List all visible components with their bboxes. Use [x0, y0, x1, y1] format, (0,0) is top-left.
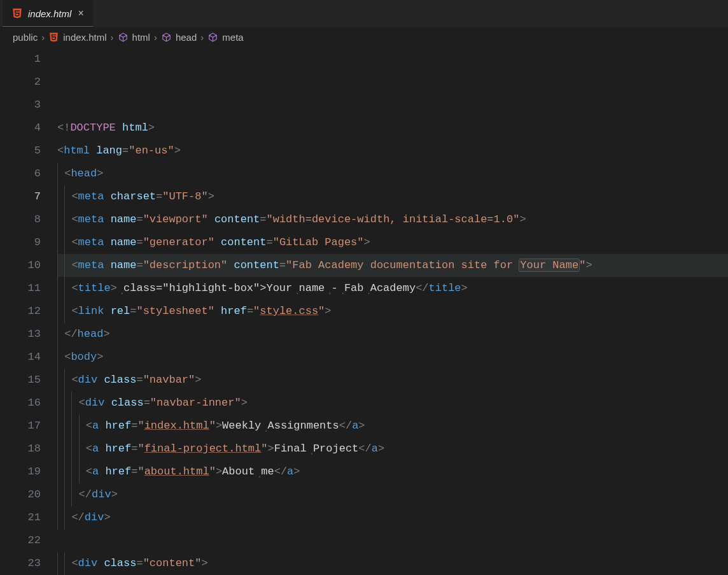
code-line[interactable]: <!DOCTYPE html> — [57, 117, 728, 139]
chevron-right-icon: › — [200, 32, 204, 43]
cube-icon — [207, 32, 218, 43]
code-line[interactable]: <div class="navbar-inner"> — [57, 392, 728, 415]
breadcrumb-item[interactable]: public — [13, 32, 38, 43]
code-line[interactable]: </div> — [57, 483, 728, 506]
tab-index-html[interactable]: index.html × — [3, 0, 93, 27]
code-line[interactable]: <title> class="highlight-box">Your name … — [57, 277, 728, 300]
code-body[interactable]: <!DOCTYPE html><html lang="en-us"> <head… — [57, 48, 728, 575]
tab-label: index.html — [28, 8, 71, 19]
code-line[interactable]: <a href="about.html">About me</a> — [57, 460, 728, 483]
code-line[interactable]: </div> — [57, 506, 728, 529]
code-line[interactable]: <head> — [57, 162, 728, 185]
code-line[interactable]: <a href="final-project.html">Final Proje… — [57, 437, 728, 460]
code-editor[interactable]: 1234567891011121314151617181920212223 <!… — [0, 48, 728, 575]
chevron-right-icon: › — [41, 32, 45, 43]
breadcrumb-item[interactable]: index.html — [63, 32, 106, 43]
code-line[interactable]: <meta name="generator" content="GitLab P… — [57, 231, 728, 254]
breadcrumb-item[interactable]: head — [176, 32, 197, 43]
chevron-right-icon: › — [154, 32, 157, 43]
breadcrumb: public › index.html › html › head › meta — [0, 27, 728, 48]
breadcrumb-item[interactable]: meta — [222, 32, 243, 43]
cube-icon — [161, 32, 172, 43]
code-line[interactable]: <meta name="description" content="Fab Ac… — [57, 254, 728, 277]
code-line[interactable] — [57, 529, 728, 552]
code-line[interactable]: <div class="content"> — [57, 552, 728, 575]
code-line[interactable]: <link rel="stylesheet" href="style.css"> — [57, 300, 728, 323]
code-line[interactable]: <html lang="en-us"> — [57, 139, 728, 162]
chevron-right-icon: › — [111, 32, 114, 43]
close-icon[interactable]: × — [78, 8, 83, 19]
code-line[interactable]: <meta name="viewport" content="width=dev… — [57, 208, 728, 231]
code-line[interactable]: </head> — [57, 323, 728, 346]
code-line[interactable]: <a href="index.html">Weekly Assignments<… — [57, 415, 728, 437]
breadcrumb-item[interactable]: html — [132, 32, 150, 43]
cube-icon — [118, 32, 129, 43]
line-gutter: 1234567891011121314151617181920212223 — [0, 48, 57, 575]
code-line[interactable]: <body> — [57, 346, 728, 369]
html5-icon — [48, 32, 59, 43]
tab-bar: index.html × — [0, 0, 728, 27]
html5-icon — [11, 8, 23, 19]
code-line[interactable]: <meta charset="UTF-8"> — [57, 185, 728, 208]
code-line[interactable]: <div class="navbar"> — [57, 369, 728, 392]
